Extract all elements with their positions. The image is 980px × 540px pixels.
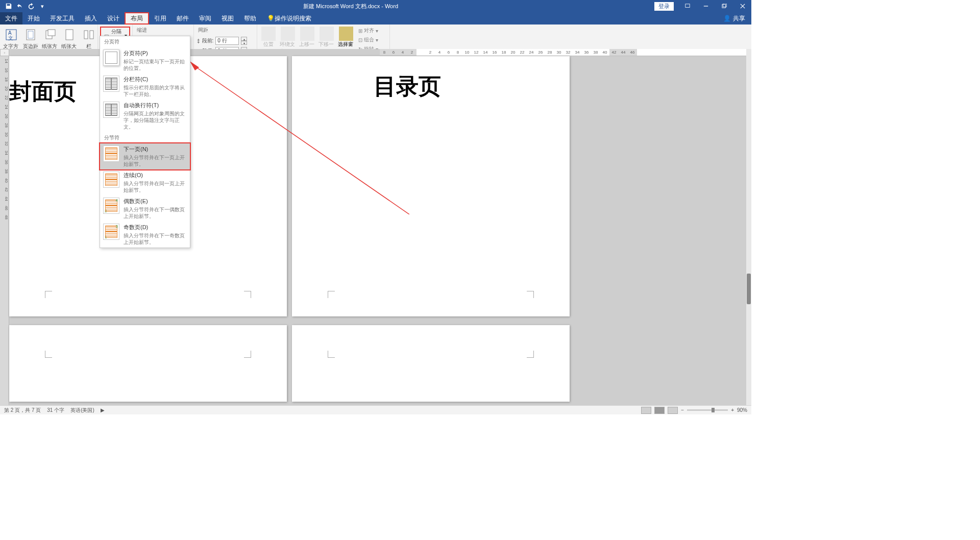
zoom-out-button[interactable]: − [681,407,684,413]
spacing-label: 间距 [196,27,210,35]
page-2-content: 目录页 [374,71,441,102]
page-4[interactable] [292,325,570,402]
page-1-content: 封面页 [9,77,77,107]
margins-button[interactable]: 页边距 [21,26,40,51]
page-break-item[interactable]: 分页符(P)标记一页结束与下一页开始的位置。 [100,47,190,73]
title-bar: ▾ 新建 Microsoft Word 文档.docx - Word 登录 [0,0,751,12]
text-direction-icon: A文 [3,27,19,43]
word-count[interactable]: 31 个字 [47,407,64,414]
tell-me-search[interactable]: 💡 操作说明搜索 [261,12,316,24]
menu-developer[interactable]: 开发工具 [45,12,80,24]
svg-text:文: 文 [8,35,13,41]
orientation-icon [42,27,58,43]
spacing-before-input[interactable]: 0 行 [215,37,239,45]
even-page-icon: 24 [103,198,119,214]
menu-mailings[interactable]: 邮件 [172,12,194,24]
macro-icon[interactable]: ▶ [101,407,105,413]
paper-size-icon [61,27,78,43]
login-button[interactable]: 登录 [654,2,674,11]
menu-design[interactable]: 设计 [102,12,125,24]
menu-view[interactable]: 视图 [216,12,239,24]
next-page-icon [103,145,119,162]
even-page-break-item[interactable]: 24 偶数页(E)插入分节符并在下一偶数页上开始新节。 [100,195,190,222]
column-break-item[interactable]: 分栏符(C)指示分栏符后面的文字将从下一栏开始。 [100,73,190,100]
odd-page-icon: 13 [103,224,119,240]
svg-rect-13 [66,30,73,40]
read-mode-button[interactable] [641,407,651,414]
scrollbar-thumb[interactable] [747,274,751,304]
spacing-before-label: 段前: [202,37,214,44]
svg-rect-14 [84,31,88,39]
group-icon: ⊡ [358,37,362,43]
columns-icon [81,27,97,43]
align-button[interactable]: ⊞对齐▾ [356,27,380,35]
menu-help[interactable]: 帮助 [239,12,261,24]
chevron-down-icon: ▾ [376,28,378,34]
position-button: 位置 [259,26,278,49]
zoom-level[interactable]: 90% [737,407,747,413]
continuous-break-item[interactable]: 连续(O)插入分节符并在同一页上开始新节。 [100,169,190,195]
undo-icon[interactable] [15,2,24,11]
ribbon-options-icon[interactable] [679,0,696,12]
minimize-icon[interactable] [697,0,715,12]
status-bar: 第 2 页，共 7 页 31 个字 英语(美国) ▶ − + 90% [0,405,751,414]
menu-insert[interactable]: 插入 [80,12,102,24]
qat-more-icon[interactable]: ▾ [38,2,47,11]
svg-rect-0 [685,4,690,8]
save-icon[interactable] [4,2,13,11]
margins-icon [22,27,39,43]
menu-file[interactable]: 文件 [0,12,22,24]
redo-icon[interactable] [27,2,36,11]
share-button[interactable]: 共享 [733,14,745,23]
next-page-break-item[interactable]: 下一页(N)插入分节符并在下一页上开始新节。 [99,142,191,170]
svg-rect-2 [722,5,726,8]
breaks-dropdown: 分页符 分页符(P)标记一页结束与下一页开始的位置。 分栏符(C)指示分栏符后面… [100,36,190,248]
page-2[interactable]: 目录页 [292,56,570,316]
indent-label: 缩进 [135,27,149,34]
menu-review[interactable]: 审阅 [194,12,216,24]
vertical-ruler[interactable]: 141618202224262830323436384042444648 [0,56,9,405]
ruler-corner[interactable]: ▫ [0,49,9,56]
spinner-up[interactable]: ▴ [241,37,247,41]
vertical-scrollbar[interactable] [746,49,751,405]
horizontal-ruler[interactable]: 8642246810121416182022242628303234363840… [380,49,746,56]
section-breaks-section: 分节符 [100,132,190,143]
share-icon: 👤 [723,15,731,22]
column-break-icon [103,76,119,92]
language[interactable]: 英语(美国) [70,407,94,414]
selection-icon [339,27,353,41]
page-3[interactable] [9,325,287,402]
spinner-down[interactable]: ▾ [241,41,247,45]
print-layout-button[interactable] [654,407,665,414]
before-icon: ‡ [197,38,200,44]
zoom-slider[interactable] [687,409,728,411]
backward-icon [320,27,334,41]
svg-rect-12 [48,30,55,36]
lightbulb-icon: 💡 [266,14,275,22]
svg-rect-15 [90,31,93,39]
odd-page-break-item[interactable]: 13 奇数页(D)插入分节符并在下一奇数页上开始新节。 [100,222,190,248]
svg-rect-3 [723,4,727,7]
forward-icon [300,27,314,41]
group-button: ⊡组合▾ [356,36,380,44]
menu-home[interactable]: 开始 [22,12,45,24]
tell-me-label: 操作说明搜索 [275,14,311,23]
maximize-icon[interactable] [716,0,733,12]
menu-bar: 文件 开始 开发工具 插入 设计 布局 引用 邮件 审阅 视图 帮助 💡 操作说… [0,12,751,24]
columns-button[interactable]: 栏 [80,26,98,51]
text-wrap-icon [103,102,119,118]
page-breaks-section: 分页符 [100,36,190,47]
menu-references[interactable]: 引用 [149,12,172,24]
position-icon [261,27,276,41]
menu-layout[interactable]: 布局 [125,12,149,24]
zoom-in-button[interactable]: + [731,407,734,413]
page-break-icon [103,50,119,66]
wrap-icon [281,27,295,41]
web-layout-button[interactable] [668,407,678,414]
page-count[interactable]: 第 2 页，共 7 页 [4,407,41,414]
align-icon: ⊞ [358,28,362,34]
continuous-icon [103,171,119,188]
text-wrapping-break-item[interactable]: 自动换行符(T)分隔网页上的对象周围的文字，如分隔题注文字与正文。 [100,100,190,132]
document-title: 新建 Microsoft Word 文档.docx - Word [47,3,654,10]
close-icon[interactable] [734,0,751,12]
